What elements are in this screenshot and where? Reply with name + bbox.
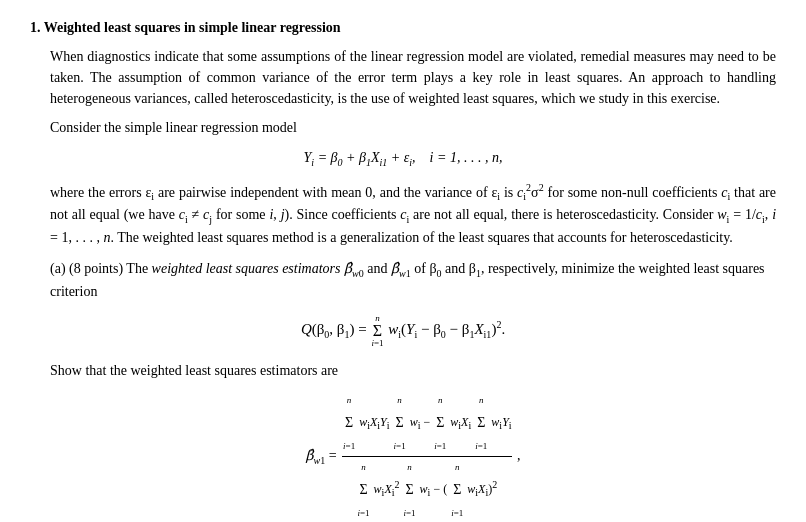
problem-container: 1. Weighted least squares in simple line… <box>30 20 776 522</box>
criterion-equation: Q(β0, β1) = n Σ i=1 wi(Yi − β0 − β1Xi1)2… <box>30 314 776 348</box>
estimator-equations: β̂w1 = n Σ i=1 wiXiYi n Σ i=1 <box>50 391 776 522</box>
problem-number: 1. <box>30 20 41 35</box>
problem-header: 1. Weighted least squares in simple line… <box>30 20 776 36</box>
paragraph-3: where the errors εi are pairwise indepen… <box>30 180 776 248</box>
subpart-a: (a) (8 points) The weighted least square… <box>30 258 776 302</box>
main-equation: Yi = β0 + β1Xi1 + εi, i = 1, . . . , n, <box>30 150 776 168</box>
beta-w1-equation: β̂w1 = n Σ i=1 wiXiYi n Σ i=1 <box>50 391 776 522</box>
paragraph-2: Consider the simple linear regression mo… <box>30 117 776 138</box>
paragraph-1: When diagnostics indicate that some assu… <box>30 46 776 109</box>
show-that-text: Show that the weighted least squares est… <box>30 360 776 522</box>
problem-title: Weighted least squares in simple linear … <box>44 20 341 35</box>
show-that-paragraph: Show that the weighted least squares est… <box>50 360 776 381</box>
